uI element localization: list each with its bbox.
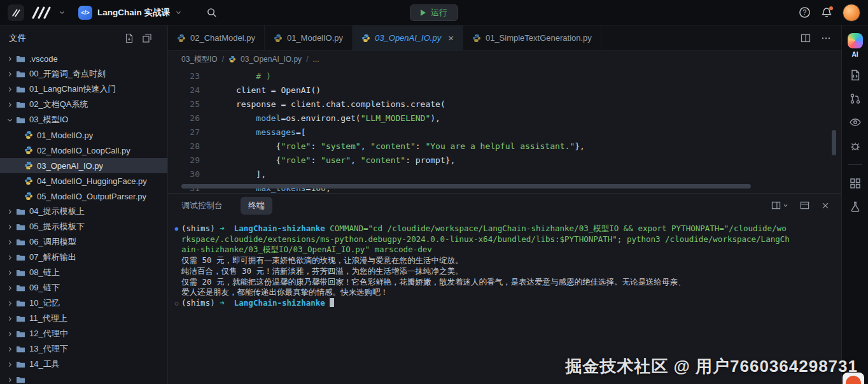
tree-file-item[interactable]: 03_OpenAI_IO.py bbox=[0, 158, 167, 173]
code-review-icon[interactable] bbox=[849, 69, 862, 82]
tree-folder-item[interactable]: 04_提示模板上 bbox=[0, 204, 167, 219]
collapse-explorer-icon[interactable] bbox=[142, 33, 152, 43]
chevron-right-icon bbox=[6, 254, 16, 261]
bell-icon[interactable] bbox=[821, 7, 832, 18]
python-file-icon bbox=[24, 192, 33, 201]
tree-item-label: 12_代理中 bbox=[29, 328, 68, 339]
split-editor-icon[interactable] bbox=[801, 33, 811, 43]
editor-tab[interactable]: 01_SimpleTextGeneration.py bbox=[463, 25, 601, 50]
breadcrumb-separator: / bbox=[222, 55, 224, 64]
tree-folder-item[interactable]: 03_模型IO bbox=[0, 112, 167, 127]
topbar-left: </> LangChain 实战课 bbox=[8, 4, 217, 21]
extensions-grid-icon[interactable] bbox=[849, 177, 862, 190]
ai-assistant-icon[interactable]: AI bbox=[848, 33, 863, 58]
tree-folder-item[interactable]: 13_代理下 bbox=[0, 341, 167, 357]
tab-terminal[interactable]: 终端 bbox=[241, 197, 272, 215]
terminal-line: 爱人还是朋友，都能传递出你最真挚的情感。快来选购吧！ bbox=[172, 287, 835, 298]
code-editor[interactable]: 23 # )24client = OpenAI()25response = cl… bbox=[168, 68, 841, 193]
tree-file-item[interactable]: 01_ModelIO.py bbox=[0, 127, 167, 143]
tree-file-item[interactable]: 02_ModelIO_LoopCall.py bbox=[0, 143, 167, 158]
tree-item-label: 02_文档QA系统 bbox=[29, 99, 88, 110]
tree-folder-item[interactable]: 07_解析输出 bbox=[0, 250, 167, 265]
terminal-command-marker bbox=[172, 245, 181, 255]
tree-folder-item[interactable]: 11_代理上 bbox=[0, 311, 167, 326]
marscode-logo-icon[interactable] bbox=[31, 6, 52, 19]
breadcrumb-folder[interactable]: 03_模型IO bbox=[181, 54, 218, 65]
python-file-icon bbox=[177, 34, 186, 43]
tree-folder-item[interactable]: 00_开篇词_奇点时刻 bbox=[0, 66, 167, 82]
python-file-icon bbox=[361, 34, 370, 43]
tree-folder-item[interactable]: 12_代理中 bbox=[0, 326, 167, 341]
avatar[interactable] bbox=[843, 4, 860, 22]
more-actions-icon[interactable] bbox=[821, 33, 831, 43]
editor-tab[interactable]: 02_ChatModel.py bbox=[168, 25, 265, 50]
vertical-scrollbar[interactable] bbox=[832, 130, 836, 155]
line-number: 27 bbox=[168, 125, 200, 139]
folder-icon bbox=[16, 345, 25, 354]
python-file-icon bbox=[24, 131, 33, 139]
breadcrumb[interactable]: 03_模型IO / 03_OpenAI_IO.py / ... bbox=[168, 51, 841, 68]
tree-item-label: 04_ModelIO_HuggingFace.py bbox=[37, 176, 147, 186]
chevron-right-icon bbox=[6, 55, 16, 62]
breadcrumb-separator: / bbox=[306, 55, 308, 64]
help-icon[interactable]: ? bbox=[799, 6, 811, 18]
tree-folder-item[interactable]: 10_记忆 bbox=[0, 295, 167, 311]
horizontal-scrollbar[interactable] bbox=[181, 184, 751, 188]
chevron-down-icon[interactable] bbox=[59, 9, 66, 16]
tree-folder-item[interactable]: 06_调用模型 bbox=[0, 234, 167, 250]
folder-icon bbox=[16, 360, 25, 369]
chevron-down-icon bbox=[6, 117, 16, 124]
play-icon bbox=[421, 10, 426, 16]
git-pull-request-icon[interactable] bbox=[849, 92, 862, 105]
search-icon[interactable] bbox=[206, 7, 217, 18]
ai-gradient-icon bbox=[848, 33, 863, 48]
project-selector[interactable]: </> LangChain 实战课 bbox=[78, 6, 182, 20]
close-tab-icon[interactable]: × bbox=[448, 33, 454, 43]
project-code-icon: </> bbox=[78, 6, 92, 20]
tabbar-actions bbox=[790, 25, 841, 50]
test-beaker-icon[interactable] bbox=[849, 201, 862, 213]
chevron-down-icon bbox=[175, 9, 182, 16]
chevron-right-icon bbox=[6, 269, 16, 276]
python-file-icon bbox=[24, 146, 33, 155]
tree-file-item[interactable]: 04_ModelIO_HuggingFace.py bbox=[0, 173, 167, 188]
run-button[interactable]: 运行 bbox=[410, 4, 458, 21]
tree-folder-item[interactable]: 02_文档QA系统 bbox=[0, 97, 167, 112]
line-number: 25 bbox=[168, 97, 200, 111]
divider bbox=[848, 164, 862, 165]
close-panel-icon[interactable] bbox=[821, 201, 830, 210]
folder-icon bbox=[16, 329, 25, 339]
debug-bug-icon[interactable] bbox=[849, 139, 862, 152]
app-logo-icon[interactable] bbox=[8, 4, 24, 21]
preview-eye-icon[interactable] bbox=[849, 116, 862, 129]
tree-folder-item[interactable]: .vscode bbox=[0, 51, 167, 66]
chevron-right-icon bbox=[6, 224, 16, 231]
tab-debug-console[interactable]: 调试控制台 bbox=[181, 200, 223, 211]
code-line: 29 {"role": "user", "content": prompt}, bbox=[168, 153, 841, 167]
tree-folder-item[interactable]: 14_工具 bbox=[0, 357, 167, 372]
breadcrumb-file[interactable]: 03_OpenAI_IO.py bbox=[241, 55, 302, 64]
new-file-icon[interactable] bbox=[124, 33, 134, 43]
editor-tab[interactable]: 03_OpenAI_IO.py× bbox=[353, 25, 463, 50]
terminal[interactable]: ●(shims) ➜ LangChain-shizhanke COMMAND="… bbox=[168, 217, 841, 384]
folder-icon bbox=[16, 207, 25, 217]
tree-folder-item[interactable]: 05_提示模板下 bbox=[0, 219, 167, 234]
tree-folder-item[interactable]: 01_LangChain快速入门 bbox=[0, 82, 167, 97]
tree-folder-item[interactable]: 08_链上 bbox=[0, 265, 167, 280]
tree-item-label: 02_ModelIO_LoopCall.py bbox=[37, 146, 130, 155]
tree-folder-item[interactable]: 09_链下 bbox=[0, 280, 167, 295]
chevron-right-icon bbox=[6, 346, 16, 353]
breadcrumb-more[interactable]: ... bbox=[312, 55, 319, 64]
run-button-label: 运行 bbox=[431, 7, 447, 18]
terminal-line: 纯洁百合，仅售 30 元！清新淡雅，芬芳四溢，为您的生活增添一抹纯净之美。 bbox=[172, 266, 835, 277]
tree-file-item[interactable]: 05_ModelIO_OutputParser.py bbox=[0, 188, 167, 204]
tree-item-label: 05_ModelIO_OutputParser.py bbox=[37, 192, 146, 201]
folder-icon bbox=[16, 375, 25, 384]
panel-layout-icon[interactable] bbox=[771, 201, 788, 210]
terminal-cursor bbox=[330, 298, 334, 307]
line-number: 24 bbox=[168, 83, 200, 97]
chevron-right-icon bbox=[6, 71, 16, 78]
split-terminal-icon[interactable] bbox=[800, 201, 809, 210]
editor-tab[interactable]: 01_ModelIO.py bbox=[265, 25, 353, 50]
terminal-text: 仅需 50 元，即可拥有一束娇艳欲滴的玫瑰，让浪漫与爱意在您的生活中绽放。 bbox=[181, 255, 463, 266]
